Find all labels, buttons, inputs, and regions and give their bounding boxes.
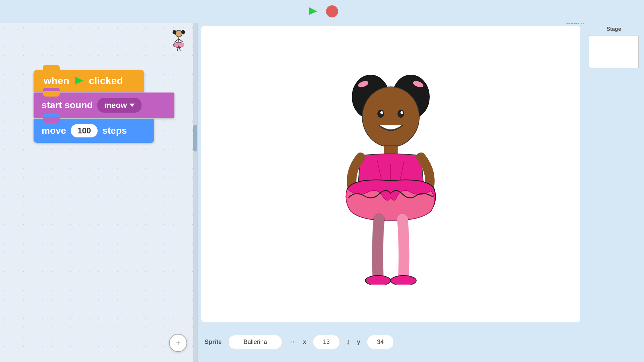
stage-thumbnail[interactable] <box>589 35 639 68</box>
svg-point-11 <box>173 30 176 34</box>
scroll-thumb[interactable] <box>193 125 197 152</box>
sprite-label: Sprite <box>205 339 222 346</box>
svg-point-21 <box>380 111 383 114</box>
right-sidebar: Stage <box>584 23 644 362</box>
svg-marker-0 <box>309 7 317 15</box>
sprite-thumbnail <box>167 29 191 56</box>
stop-button[interactable] <box>326 5 338 17</box>
stage-canvas <box>201 26 580 322</box>
y-value-input[interactable]: 34 <box>367 335 394 349</box>
code-panel: when clicked start sound meow move 100 <box>0 23 198 362</box>
svg-line-6 <box>174 39 179 42</box>
svg-point-22 <box>400 111 403 114</box>
y-arrow-icon: ↕ <box>346 338 350 346</box>
svg-point-31 <box>365 276 391 285</box>
svg-point-12 <box>181 30 185 34</box>
svg-point-4 <box>175 30 182 37</box>
ballerina-sprite <box>327 70 454 278</box>
svg-point-19 <box>377 110 384 118</box>
x-label: x <box>303 339 306 346</box>
steps-input[interactable]: 100 <box>71 124 98 137</box>
scrollbar[interactable] <box>193 23 197 362</box>
svg-point-20 <box>397 110 404 118</box>
svg-point-8 <box>173 42 184 48</box>
clicked-label: clicked <box>89 75 123 86</box>
zoom-icon: + <box>175 338 181 348</box>
blocks-container: when clicked start sound meow move 100 <box>34 70 174 143</box>
when-label: when <box>44 75 69 86</box>
steps-value: 100 <box>77 126 91 135</box>
x-value-input[interactable]: 13 <box>313 335 340 349</box>
start-sound-label: start sound <box>42 100 93 111</box>
steps-label: steps <box>102 125 127 136</box>
sound-dropdown[interactable]: meow <box>97 98 142 113</box>
sprite-name-value: Ballerina <box>244 339 267 345</box>
y-label: y <box>357 339 360 346</box>
stage-area: Sprite Ballerina ↔ x 13 ↕ y 34 <box>198 23 584 362</box>
main-layout: when clicked start sound meow move 100 <box>0 23 644 362</box>
svg-marker-13 <box>75 76 84 84</box>
svg-point-18 <box>362 87 419 147</box>
top-bar <box>0 0 644 23</box>
dropdown-arrow-icon <box>129 104 135 107</box>
meow-label: meow <box>104 101 127 110</box>
x-value: 13 <box>323 339 330 345</box>
svg-point-32 <box>391 276 416 285</box>
stage-label: Stage <box>606 26 621 32</box>
move-label: move <box>42 125 66 136</box>
x-arrow-icon: ↔ <box>289 338 296 346</box>
zoom-button[interactable]: + <box>169 334 187 352</box>
y-value: 34 <box>377 339 384 345</box>
info-bar: Sprite Ballerina ↔ x 13 ↕ y 34 <box>198 322 584 362</box>
sprite-name-input[interactable]: Ballerina <box>228 335 282 349</box>
green-flag-button[interactable] <box>306 4 321 19</box>
flag-icon-in-block <box>73 75 85 86</box>
svg-line-7 <box>179 39 183 42</box>
